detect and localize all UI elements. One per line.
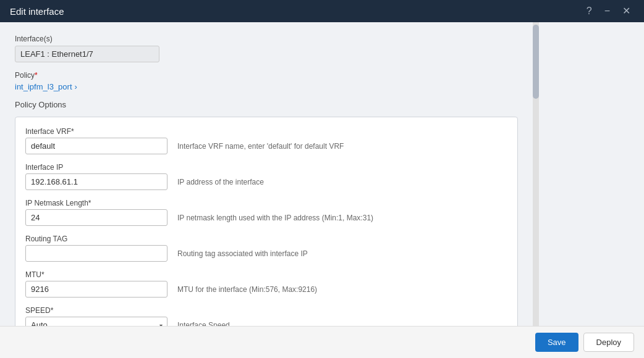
interface-ip-field: Interface IP bbox=[25, 163, 167, 190]
ip-netmask-field: IP Netmask Length* bbox=[25, 199, 167, 226]
dialog-footer: Save Deploy bbox=[0, 326, 644, 358]
policy-label: Policy* bbox=[15, 71, 518, 80]
speed-select[interactable]: Auto 100Mb 1Gb 10Gb 25Gb 40Gb 100Gb bbox=[25, 317, 167, 326]
mtu-field: MTU* bbox=[25, 270, 167, 298]
routing-tag-row: Routing TAG Routing tag associated with … bbox=[25, 235, 507, 262]
interface-value: LEAF1 : Ethernet1/7 bbox=[15, 46, 159, 62]
deploy-button[interactable]: Deploy bbox=[583, 333, 634, 352]
routing-tag-label: Routing TAG bbox=[25, 235, 167, 243]
ip-netmask-row: IP Netmask Length* IP netmask length use… bbox=[25, 199, 507, 226]
interface-vrf-label: Interface VRF* bbox=[25, 127, 167, 136]
dialog-header: Edit interface ? − ✕ bbox=[0, 0, 644, 22]
routing-tag-hint: Routing tag associated with interface IP bbox=[177, 249, 308, 262]
scrollbar-track bbox=[533, 22, 539, 326]
close-button[interactable]: ✕ bbox=[619, 5, 634, 17]
interface-vrf-input[interactable] bbox=[25, 138, 167, 154]
speed-label: SPEED* bbox=[25, 306, 167, 315]
interface-vrf-row: Interface VRF* Interface VRF name, enter… bbox=[25, 127, 507, 154]
dialog-title: Edit interface bbox=[10, 6, 64, 17]
mtu-hint: MTU for the interface (Min:576, Max:9216… bbox=[177, 285, 317, 298]
interface-field-group: Interface(s) LEAF1 : Ethernet1/7 bbox=[15, 35, 518, 62]
header-actions: ? − ✕ bbox=[583, 5, 634, 17]
interface-ip-hint: IP address of the interface bbox=[177, 178, 264, 190]
help-button[interactable]: ? bbox=[583, 5, 596, 17]
interface-vrf-hint: Interface VRF name, enter 'default' for … bbox=[177, 142, 344, 154]
interface-label: Interface(s) bbox=[15, 35, 518, 43]
interface-ip-input[interactable] bbox=[25, 173, 167, 190]
edit-interface-dialog: Edit interface ? − ✕ Interface(s) LEAF1 … bbox=[0, 0, 644, 358]
scrollbar-thumb[interactable] bbox=[533, 25, 539, 99]
mtu-input[interactable] bbox=[25, 281, 167, 298]
ip-netmask-label: IP Netmask Length* bbox=[25, 199, 167, 207]
routing-tag-input[interactable] bbox=[25, 245, 167, 262]
speed-select-wrapper: Auto 100Mb 1Gb 10Gb 25Gb 40Gb 100Gb ▾ bbox=[25, 317, 167, 326]
mtu-label: MTU* bbox=[25, 270, 167, 279]
main-scroll-area: Interface(s) LEAF1 : Ethernet1/7 Policy*… bbox=[0, 22, 539, 326]
ip-netmask-hint: IP netmask length used with the IP addre… bbox=[177, 214, 373, 226]
policy-options-box: Interface VRF* Interface VRF name, enter… bbox=[15, 117, 518, 326]
minimize-button[interactable]: − bbox=[601, 5, 614, 17]
mtu-row: MTU* MTU for the interface (Min:576, Max… bbox=[25, 270, 507, 298]
dialog-body: Interface(s) LEAF1 : Ethernet1/7 Policy*… bbox=[0, 22, 644, 326]
interface-ip-label: Interface IP bbox=[25, 163, 167, 172]
right-panel bbox=[539, 22, 644, 326]
interface-ip-row: Interface IP IP address of the interface bbox=[25, 163, 507, 190]
ip-netmask-input[interactable] bbox=[25, 209, 167, 226]
save-button[interactable]: Save bbox=[535, 333, 578, 352]
policy-field-group: Policy* int_ipfm_l3_port › bbox=[15, 71, 518, 91]
interface-vrf-field: Interface VRF* bbox=[25, 127, 167, 154]
speed-field: SPEED* Auto 100Mb 1Gb 10Gb 25Gb 40Gb bbox=[25, 306, 167, 326]
policy-options-title: Policy Options bbox=[15, 100, 518, 109]
policy-link[interactable]: int_ipfm_l3_port › bbox=[15, 82, 518, 91]
main-content: Interface(s) LEAF1 : Ethernet1/7 Policy*… bbox=[0, 22, 533, 326]
routing-tag-field: Routing TAG bbox=[25, 235, 167, 262]
speed-row: SPEED* Auto 100Mb 1Gb 10Gb 25Gb 40Gb bbox=[25, 306, 507, 326]
speed-hint: Interface Speed bbox=[177, 321, 230, 326]
